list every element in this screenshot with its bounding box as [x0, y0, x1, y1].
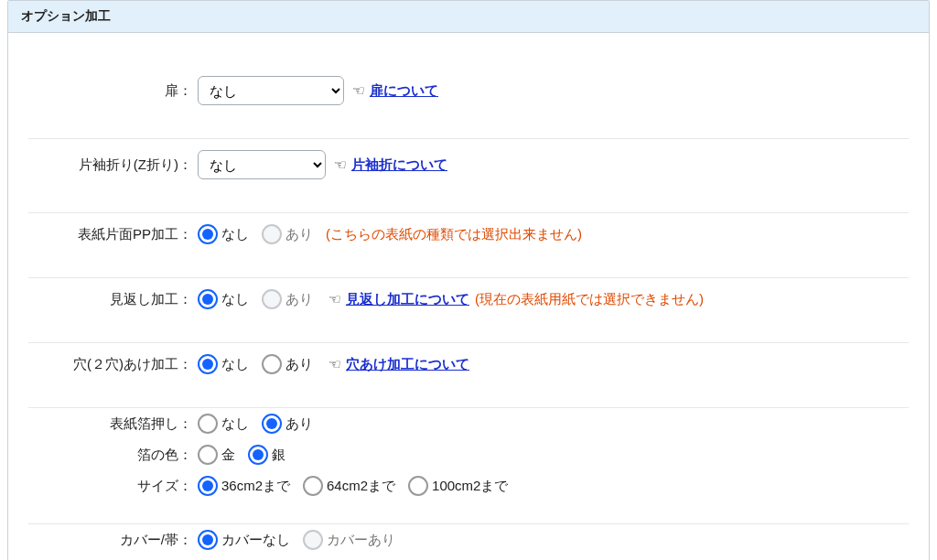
label-size: サイズ： [28, 478, 198, 495]
link-katasode[interactable]: 片袖折について [351, 156, 447, 174]
link-mikaeshi[interactable]: 見返し加工について [346, 291, 469, 308]
radio-size-100-label: 100cm2まで [432, 478, 508, 495]
row-mikaeshi: 見返し加工： なし あり ☟ 見返し加工について (現在の表紙用紙では選択できま… [28, 278, 909, 320]
radio-size-100[interactable]: 100cm2まで [408, 476, 508, 496]
radio-haku-yes[interactable]: あり [262, 414, 313, 434]
radio-pp-yes: あり [262, 224, 313, 244]
radio-size-36-label: 36cm2まで [221, 478, 290, 495]
radio-mikaeshi-yes: あり [262, 289, 313, 309]
radio-ana-yes-label: あり [285, 356, 313, 373]
row-hakucolor: 箔の色： 金 銀 [28, 439, 909, 470]
warn-pp: (こちらの表紙の種類では選択出来ません) [326, 226, 582, 243]
label-haku: 表紙箔押し： [28, 415, 198, 433]
radio-haku-yes-label: あり [285, 415, 313, 433]
hand-icon: ☟ [350, 86, 365, 95]
row-katasode: 片袖折り(Z折り)： なし ☟ 片袖折について [28, 139, 909, 190]
row-haku: 表紙箔押し： なし あり [28, 408, 909, 439]
radio-pp-none-label: なし [221, 226, 249, 243]
radio-mikaeshi-none[interactable]: なし [198, 289, 249, 309]
radio-haku-none[interactable]: なし [198, 414, 249, 434]
row-cover: カバー/帯： カバーなし カバーあり [28, 524, 909, 555]
label-ana: 穴(２穴)あけ加工： [28, 356, 198, 373]
row-obi: 帯なし 帯あり [28, 555, 909, 560]
hand-icon: ☟ [327, 295, 341, 304]
label-mikaeshi: 見返し加工： [28, 291, 198, 308]
select-katasode[interactable]: なし [198, 150, 326, 179]
label-katasode: 片袖折り(Z折り)： [28, 156, 198, 174]
radio-ana-none-label: なし [221, 356, 249, 373]
radio-pp-yes-label: あり [285, 226, 313, 243]
row-tobira: 扉： なし ☟ 扉について [28, 65, 909, 116]
link-tobira[interactable]: 扉について [370, 82, 438, 100]
radio-pp-none[interactable]: なし [198, 224, 249, 244]
row-ana: 穴(２穴)あけ加工： なし あり ☟ 穴あけ加工について [28, 343, 909, 385]
radio-silver-label: 銀 [272, 447, 285, 464]
hand-icon: ☟ [327, 360, 341, 369]
radio-cover-yes-label: カバーあり [327, 532, 395, 549]
radio-cover-none[interactable]: カバーなし [198, 530, 290, 550]
warn-mikaeshi: (現在の表紙用紙では選択できません) [475, 291, 704, 308]
label-cover: カバー/帯： [28, 532, 198, 549]
radio-haku-none-label: なし [221, 415, 249, 433]
radio-silver[interactable]: 銀 [248, 445, 285, 465]
section-header: オプション加工 [8, 1, 929, 33]
link-ana[interactable]: 穴あけ加工について [346, 356, 469, 373]
hand-icon: ☟ [332, 160, 347, 169]
radio-size-36[interactable]: 36cm2まで [198, 476, 290, 496]
label-hakucolor: 箔の色： [28, 447, 198, 464]
row-pp: 表紙片面PP加工： なし あり (こちらの表紙の種類では選択出来ません) [28, 213, 909, 255]
radio-size-64-label: 64cm2まで [327, 478, 395, 495]
radio-cover-yes: カバーあり [303, 530, 395, 550]
select-tobira[interactable]: なし [198, 76, 344, 105]
radio-gold-label: 金 [221, 447, 235, 464]
radio-mikaeshi-yes-label: あり [285, 291, 313, 308]
radio-gold[interactable]: 金 [198, 445, 235, 465]
radio-mikaeshi-none-label: なし [221, 291, 249, 308]
label-pp: 表紙片面PP加工： [28, 226, 198, 243]
radio-ana-none[interactable]: なし [198, 354, 249, 374]
radio-size-64[interactable]: 64cm2まで [303, 476, 395, 496]
radio-ana-yes[interactable]: あり [262, 354, 313, 374]
row-size: サイズ： 36cm2まで 64cm2まで 100cm2まで [28, 470, 909, 501]
radio-cover-none-label: カバーなし [221, 532, 290, 549]
label-tobira: 扉： [28, 82, 198, 100]
